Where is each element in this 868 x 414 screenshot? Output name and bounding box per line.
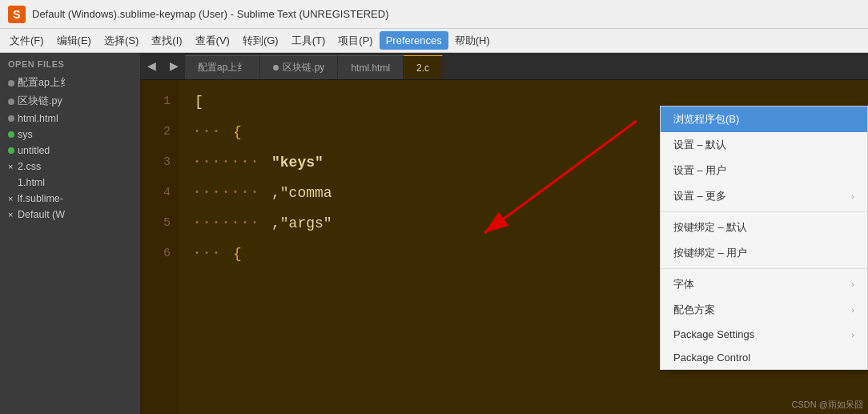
dropdown-item[interactable]: 按键绑定 – 用户 xyxy=(661,240,867,266)
svg-text:S: S xyxy=(13,8,20,21)
tab-bar: ◀ ▶ 配置ap上纟区块链.pyhtml.html2.c xyxy=(140,53,868,80)
dropdown-item-label: 按键绑定 – 用户 xyxy=(673,246,747,260)
dots-2: ••• xyxy=(195,117,233,147)
chevron-right-icon: › xyxy=(851,191,854,201)
dropdown-item[interactable]: 浏览程序包(B) xyxy=(661,107,867,132)
sidebar-filename: Default (W xyxy=(18,209,65,220)
sidebar-filename: sys xyxy=(18,129,33,140)
dropdown-item[interactable]: 设置 – 默认 xyxy=(661,132,867,158)
menu-item-find[interactable]: 查找(I) xyxy=(145,30,188,51)
brace-open: { xyxy=(233,117,242,147)
dropdown-item[interactable]: 字体› xyxy=(661,271,867,297)
line-num-5: 5 xyxy=(140,208,171,239)
tab[interactable]: 配置ap上纟 xyxy=(185,55,260,79)
line-numbers: 1 2 3 4 5 6 xyxy=(140,80,179,414)
sidebar-filename: html.html xyxy=(18,113,58,124)
dots-5: ••••••• xyxy=(195,208,271,239)
sidebar-filename: 2.css xyxy=(18,161,41,172)
sidebar-filename: 1.html xyxy=(18,177,45,188)
menu-item-help[interactable]: 帮助(H) xyxy=(448,30,496,51)
menu-item-file[interactable]: 文件(F) xyxy=(3,30,50,51)
dropdown-item-label: 按键绑定 – 默认 xyxy=(673,220,747,235)
menu-item-edit[interactable]: 编辑(E) xyxy=(50,30,98,51)
chevron-right-icon: › xyxy=(851,279,854,289)
chevron-right-icon: › xyxy=(851,330,854,340)
tab-prev-btn[interactable]: ◀ xyxy=(140,53,163,79)
sidebar-filename: 区块链.py xyxy=(18,94,62,108)
sidebar-file[interactable]: ×Default (W xyxy=(0,207,140,223)
sidebar-file[interactable]: ×2.css xyxy=(0,159,140,175)
dropdown-item-label: 设置 – 用户 xyxy=(673,163,726,178)
watermark: CSDN @雨如呆囧 xyxy=(792,399,863,411)
menu-bar: 文件(F)编辑(E)选择(S)查找(I)查看(V)转到(G)工具(T)项目(P)… xyxy=(0,29,868,53)
dropdown-item-label: 设置 – 默认 xyxy=(673,138,726,152)
dropdown-item[interactable]: 按键绑定 – 默认 xyxy=(661,215,867,240)
sidebar-file[interactable]: untitled xyxy=(0,143,140,159)
dropdown-item[interactable]: Package Control xyxy=(661,346,867,369)
line-num-1: 1 xyxy=(140,86,171,117)
line-num-6: 6 xyxy=(140,239,171,269)
sidebar-file[interactable]: 配置ap上纟 xyxy=(0,74,140,92)
dots-4: ••••••• xyxy=(195,178,271,208)
tab-label: 区块链.py xyxy=(283,61,324,74)
main-area: OPEN FILES 配置ap上纟区块链.pyhtml.htmlsysuntit… xyxy=(0,53,868,414)
tab-label: 2.c xyxy=(416,62,429,74)
dropdown-item-label: Package Settings xyxy=(673,328,754,340)
sidebar-filename: untitled xyxy=(18,145,50,156)
sidebar-file[interactable]: sys xyxy=(0,127,140,143)
dropdown-separator xyxy=(661,268,867,269)
dropdown-item[interactable]: Package Settings› xyxy=(661,323,867,346)
title-bar: S Default (Windows).sublime-keymap (User… xyxy=(0,0,868,29)
bracket-open: [ xyxy=(195,86,203,117)
sidebar-file[interactable]: ×lf.sublime- xyxy=(0,191,140,207)
dots-3: ••••••• xyxy=(195,147,271,178)
dropdown-item-label: 配色方案 xyxy=(673,303,715,317)
dropdown-item-label: 浏览程序包(B) xyxy=(673,112,739,127)
dropdown-item[interactable]: 配色方案› xyxy=(661,297,867,323)
menu-item-goto[interactable]: 转到(G) xyxy=(236,30,285,51)
sidebar-filename: lf.sublime- xyxy=(18,193,63,204)
dots-6: ••• xyxy=(195,239,233,269)
sidebar-file[interactable]: 1.html xyxy=(0,175,140,191)
chevron-right-icon: › xyxy=(851,305,854,315)
tab-label: html.html xyxy=(351,62,390,74)
menu-item-tools[interactable]: 工具(T) xyxy=(285,30,332,51)
menu-item-view[interactable]: 查看(V) xyxy=(189,30,236,51)
sidebar: OPEN FILES 配置ap上纟区块链.pyhtml.htmlsysuntit… xyxy=(0,53,140,414)
menu-item-project[interactable]: 项目(P) xyxy=(332,30,379,51)
comma-string: ,"comma xyxy=(271,178,332,208)
tab[interactable]: 2.c xyxy=(404,55,443,79)
tab[interactable]: 区块链.py xyxy=(260,55,338,79)
brace-open-2: { xyxy=(233,239,242,269)
menu-item-select[interactable]: 选择(S) xyxy=(98,30,145,51)
tab-label: 配置ap上纟 xyxy=(198,61,247,74)
tab[interactable]: html.html xyxy=(338,55,404,79)
line-num-3: 3 xyxy=(140,147,171,178)
menu-item-preferences[interactable]: Preferences xyxy=(380,31,448,50)
window-title: Default (Windows).sublime-keymap (User) … xyxy=(32,8,388,20)
line-num-4: 4 xyxy=(140,178,171,208)
tab-next-btn[interactable]: ▶ xyxy=(163,53,185,79)
sidebar-filename: 配置ap上纟 xyxy=(18,76,70,90)
dropdown-item-label: 字体 xyxy=(673,277,694,291)
args-string: ,"args" xyxy=(271,208,332,239)
sidebar-file[interactable]: 区块链.py xyxy=(0,92,140,111)
line-num-2: 2 xyxy=(140,117,171,147)
dropdown-menu: 浏览程序包(B)设置 – 默认设置 – 用户设置 – 更多›按键绑定 – 默认按… xyxy=(660,106,868,370)
sidebar-title: OPEN FILES xyxy=(0,53,140,74)
dropdown-separator xyxy=(661,211,867,212)
keys-string: "keys" xyxy=(271,147,323,178)
sidebar-file[interactable]: html.html xyxy=(0,111,140,127)
dropdown-item[interactable]: 设置 – 更多› xyxy=(661,183,867,209)
dropdown-item[interactable]: 设置 – 用户 xyxy=(661,158,867,183)
dropdown-item-label: Package Control xyxy=(673,352,750,364)
app-icon: S xyxy=(8,6,26,23)
dropdown-item-label: 设置 – 更多 xyxy=(673,189,726,203)
